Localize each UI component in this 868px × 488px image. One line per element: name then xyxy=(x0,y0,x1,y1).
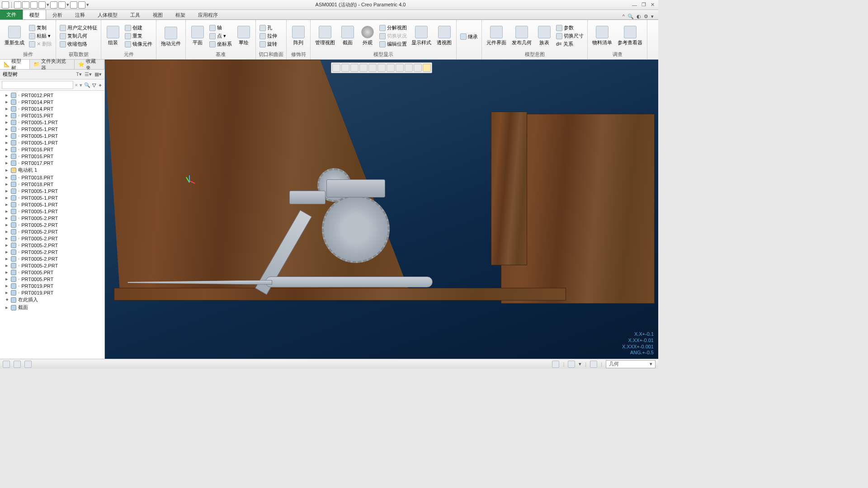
tree-tool-1[interactable]: Т▾ xyxy=(76,71,82,77)
settings-icon[interactable]: ⚙ xyxy=(644,14,648,19)
tree-item[interactable]: ▸▫PRT0016.PRT xyxy=(0,153,104,160)
tree-item[interactable]: ▸截面 xyxy=(0,304,104,311)
undo-icon[interactable] xyxy=(38,1,46,9)
tree-item[interactable]: ▸▫PRT0018.PRT xyxy=(0,181,104,188)
file-tab[interactable]: 文件 xyxy=(0,9,23,19)
delete-button[interactable]: ✕ 删除 xyxy=(28,40,53,48)
open-icon[interactable] xyxy=(22,1,29,9)
tree-item[interactable]: ▸▫PRT0005-1.PRT xyxy=(0,119,104,126)
pattern-button[interactable]: 阵列 xyxy=(289,25,307,47)
3d-viewport[interactable]: X.X+-0.1X.XX+-0.01X.XXX+-0.001ANG.+-0.5 xyxy=(105,60,658,359)
copy-geom-button[interactable]: 复制几何 xyxy=(59,32,98,40)
clear-search-icon[interactable]: × xyxy=(75,82,78,88)
parameters-button[interactable]: 参数 xyxy=(555,24,585,32)
tab-视图[interactable]: 视图 xyxy=(146,9,169,19)
tree-item[interactable]: ▸▫PRT0005-2.PRT xyxy=(0,215,104,221)
regen-icon[interactable] xyxy=(58,1,66,9)
tree-item[interactable]: ▸▫PRT0005-2.PRT xyxy=(0,255,104,262)
tree-item[interactable]: ▸▫PRT0005-2.PRT xyxy=(0,221,104,228)
repeat-button[interactable]: 重复 xyxy=(124,32,153,40)
tree-item[interactable]: ▸▫PRT0015.PRT xyxy=(0,112,104,119)
sb-window-icon[interactable] xyxy=(24,361,32,368)
tab-注释[interactable]: 注释 xyxy=(69,9,91,19)
tree-item[interactable]: ▸▫PRT0019.PRT xyxy=(0,282,104,289)
tree-tool-2[interactable]: ☰▾ xyxy=(85,71,92,77)
favorites-tab[interactable]: ⭐ 收藏夹 xyxy=(75,60,104,69)
csys-button[interactable]: 坐标系 xyxy=(208,40,233,48)
tree-item[interactable]: ▸▫PRT0005-1.PRT xyxy=(0,126,104,132)
tree-item[interactable]: ▸▫PRT0016.PRT xyxy=(0,146,104,153)
tree-item[interactable]: ▸▫PRT0014.PRT xyxy=(0,99,104,105)
tree-item[interactable]: ▸▫PRT0005-1.PRT xyxy=(0,188,104,194)
tree-item[interactable]: ▸▫PRT0005.PRT xyxy=(0,276,104,282)
display-style-button[interactable]: 显示样式 xyxy=(410,25,433,47)
repaint-icon[interactable] xyxy=(359,64,368,72)
maximize-button[interactable]: ❐ xyxy=(642,2,646,8)
zoom-fit-icon[interactable] xyxy=(341,64,349,72)
tree-item[interactable]: ▸▫PRT0017.PRT xyxy=(0,160,104,166)
axis-button[interactable]: 轴 xyxy=(208,24,233,32)
manage-views-button[interactable]: 管理视图 xyxy=(313,25,337,47)
tree-item[interactable]: ▸▫PRT0014.PRT xyxy=(0,105,104,112)
inherit-button[interactable]: 继承 xyxy=(459,33,479,41)
display-style-icon2[interactable] xyxy=(387,64,395,72)
extrude-button[interactable]: 拉伸 xyxy=(259,32,278,40)
help-search-icon[interactable]: 🔍 xyxy=(627,14,634,19)
create-button[interactable]: 创建 xyxy=(124,24,153,32)
copy-button[interactable]: 复制 xyxy=(28,24,53,32)
component-interface-button[interactable]: 元件界面 xyxy=(485,25,508,47)
selection-filter-dropdown[interactable]: 几何▾ xyxy=(606,360,656,368)
sb-tool1-icon[interactable] xyxy=(552,361,559,368)
annotation-icon[interactable] xyxy=(405,64,413,72)
tree-item[interactable]: ▸▫PRT0005-2.PRT xyxy=(0,249,104,255)
tree-item[interactable]: ▸▫PRT0005-2.PRT xyxy=(0,235,104,242)
close-win-icon[interactable] xyxy=(78,1,85,9)
point-button[interactable]: 点▾ xyxy=(208,32,233,40)
tree-item[interactable]: ▸▫PRT0005-2.PRT xyxy=(0,262,104,269)
tree-item[interactable]: ▸▫PRT0005.PRT xyxy=(0,269,104,276)
tree-item[interactable]: ▸▫PRT0012.PRT xyxy=(0,92,104,99)
switch-dim-button[interactable]: 切换尺寸 xyxy=(555,32,585,40)
zoom-in-icon[interactable] xyxy=(332,64,340,72)
filter-icon[interactable]: ▽ xyxy=(92,82,96,88)
add-icon[interactable]: ＋ xyxy=(98,82,103,89)
tab-分析[interactable]: 分析 xyxy=(46,9,69,19)
tree-item[interactable]: ▸▫PRT0005-1.PRT xyxy=(0,208,104,215)
mirror-button[interactable]: 镜像元件 xyxy=(124,40,153,48)
model-tree[interactable]: ▸▫PRT0012.PRT▸▫PRT0014.PRT▸▫PRT0014.PRT▸… xyxy=(0,91,104,359)
datum-display-icon[interactable] xyxy=(396,64,404,72)
new-icon[interactable] xyxy=(14,1,21,9)
close-button[interactable]: ✕ xyxy=(651,2,655,8)
zoom-out-icon[interactable] xyxy=(350,64,359,72)
tree-item[interactable]: ▸▫PRT0019.PRT xyxy=(0,289,104,296)
appearance-button[interactable]: 外观 xyxy=(359,25,377,47)
perspective-button[interactable]: 透视图 xyxy=(435,25,453,47)
minimize-button[interactable]: — xyxy=(632,2,637,8)
sb-messages-icon[interactable] xyxy=(3,361,10,368)
tab-模型[interactable]: 模型 xyxy=(23,9,46,19)
sb-find-icon[interactable] xyxy=(568,361,575,368)
family-table-button[interactable]: 族表 xyxy=(535,25,553,47)
tab-工具[interactable]: 工具 xyxy=(124,9,146,19)
switch-state-button[interactable]: 切换状况 xyxy=(378,32,408,40)
tree-search-input[interactable] xyxy=(2,81,73,89)
relations-button[interactable]: d= 关系 xyxy=(555,40,585,48)
redo-icon[interactable] xyxy=(50,1,57,9)
regenerate-button[interactable]: 重新生成 xyxy=(3,25,26,47)
tool-b-icon[interactable] xyxy=(423,64,431,72)
tree-item[interactable]: ▸电动机 1 xyxy=(0,166,104,174)
assemble-button[interactable]: 组装 xyxy=(104,25,122,47)
ribbon-min-icon[interactable]: ^ xyxy=(623,14,625,19)
tree-item[interactable]: ▸▫PRT0005-1.PRT xyxy=(0,132,104,139)
udf-button[interactable]: 用户定义特征 xyxy=(59,24,98,32)
sb-select-icon[interactable] xyxy=(590,361,597,368)
drag-component-button[interactable]: 拖动元件 xyxy=(159,26,183,48)
windows-icon[interactable] xyxy=(70,1,77,9)
more-icon[interactable]: ▾ xyxy=(651,14,654,19)
edit-position-button[interactable]: 编辑位置 xyxy=(378,40,408,48)
named-view-icon[interactable] xyxy=(377,64,386,72)
tab-人体模型[interactable]: 人体模型 xyxy=(91,9,124,19)
ref-viewer-button[interactable]: 参考查看器 xyxy=(616,25,644,47)
bom-button[interactable]: 物料清单 xyxy=(590,25,614,47)
tree-item[interactable]: ▸▫PRT0005-1.PRT xyxy=(0,139,104,146)
